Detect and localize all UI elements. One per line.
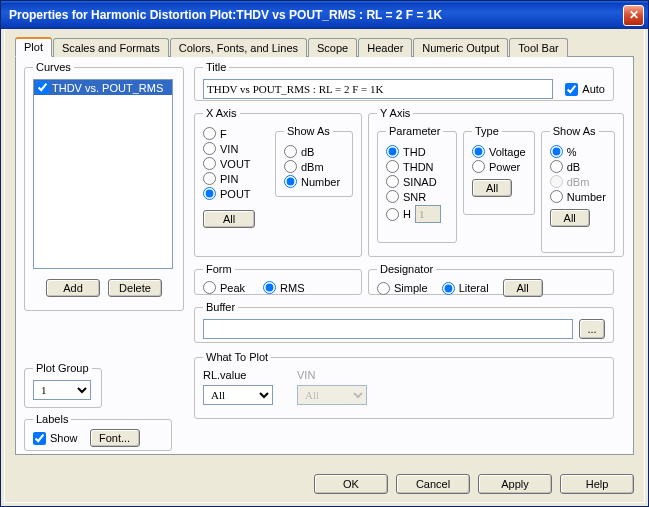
yparam-thdn[interactable]: THDN	[386, 160, 448, 173]
wtp-rl-label: RL.value	[203, 369, 273, 381]
designator-all-button[interactable]: All	[503, 279, 543, 297]
tab-scope[interactable]: Scope	[308, 38, 357, 57]
wtp-rl-select[interactable]: All	[203, 385, 273, 405]
xshow-db[interactable]: dB	[284, 145, 344, 158]
buffer-browse-button[interactable]: ...	[579, 319, 605, 339]
tab-strip: Plot Scales and Formats Colors, Fonts, a…	[15, 35, 634, 57]
yparam-group: Parameter THD THDN SINAD SNR H	[377, 125, 457, 243]
xaxis-all-button[interactable]: All	[203, 210, 255, 228]
designator-group: Designator Simple Literal All	[368, 263, 614, 295]
cancel-button[interactable]: Cancel	[396, 474, 470, 494]
labels-show-check[interactable]: Show	[33, 432, 78, 445]
tab-plot[interactable]: Plot	[15, 37, 52, 57]
wtp-group: What To Plot RL.value All VIN All	[194, 351, 614, 419]
xaxis-vout[interactable]: VOUT	[203, 157, 267, 170]
ytype-power[interactable]: Power	[472, 160, 526, 173]
tab-page-plot: Curves THDV vs. POUT_RMS Add Delete Plot…	[15, 57, 634, 455]
wtp-legend: What To Plot	[203, 351, 271, 363]
ytype-group: Type Voltage Power All	[463, 125, 535, 215]
curves-add-button[interactable]: Add	[46, 279, 100, 297]
xaxis-showas-group: Show As dB dBm Number	[275, 125, 353, 197]
designator-literal[interactable]: Literal	[442, 282, 489, 295]
title-input[interactable]	[203, 79, 553, 99]
ytype-voltage[interactable]: Voltage	[472, 145, 526, 158]
xaxis-group: X Axis F VIN VOUT PIN POUT All Show As d…	[194, 107, 362, 257]
tab-toolbar[interactable]: Tool Bar	[509, 38, 567, 57]
curves-delete-button[interactable]: Delete	[108, 279, 162, 297]
labels-group: Labels Show Font...	[24, 413, 172, 451]
yparam-snr[interactable]: SNR	[386, 190, 448, 203]
ytype-legend: Type	[472, 125, 502, 137]
xshow-number[interactable]: Number	[284, 175, 344, 188]
plotgroup-group: Plot Group 1	[24, 362, 102, 408]
tab-numeric[interactable]: Numeric Output	[413, 38, 508, 57]
yshow-pct[interactable]: %	[550, 145, 606, 158]
close-button[interactable]: ✕	[623, 5, 644, 26]
designator-simple[interactable]: Simple	[377, 282, 428, 295]
xaxis-pout[interactable]: POUT	[203, 187, 267, 200]
window-title: Properties for Harmonic Distortion Plot:…	[9, 8, 623, 22]
apply-button[interactable]: Apply	[478, 474, 552, 494]
labels-legend: Labels	[33, 413, 71, 425]
yshowas-legend: Show As	[550, 125, 599, 137]
buffer-input[interactable]	[203, 319, 573, 339]
wtp-vin-select: All	[297, 385, 367, 405]
ytype-all-button[interactable]: All	[472, 179, 512, 197]
title-auto-check[interactable]: Auto	[565, 83, 605, 96]
buffer-legend: Buffer	[203, 301, 238, 313]
xaxis-legend: X Axis	[203, 107, 240, 119]
tab-header[interactable]: Header	[358, 38, 412, 57]
curves-group: Curves THDV vs. POUT_RMS Add Delete	[24, 61, 184, 311]
title-group: Title Auto	[194, 61, 614, 101]
curves-legend: Curves	[33, 61, 74, 73]
yshow-dbm: dBm	[550, 175, 606, 188]
yaxis-legend: Y Axis	[377, 107, 413, 119]
xaxis-showas-legend: Show As	[284, 125, 333, 137]
yparam-h[interactable]: H	[386, 208, 411, 221]
yshow-all-button[interactable]: All	[550, 209, 590, 227]
ok-button[interactable]: OK	[314, 474, 388, 494]
yshow-number[interactable]: Number	[550, 190, 606, 203]
tab-scales[interactable]: Scales and Formats	[53, 38, 169, 57]
yaxis-group: Y Axis Parameter THD THDN SINAD SNR H	[368, 107, 624, 257]
curves-list[interactable]: THDV vs. POUT_RMS	[33, 79, 173, 269]
title-legend: Title	[203, 61, 229, 73]
xshow-dbm[interactable]: dBm	[284, 160, 344, 173]
xaxis-vin[interactable]: VIN	[203, 142, 267, 155]
xaxis-f[interactable]: F	[203, 127, 267, 140]
curves-list-item[interactable]: THDV vs. POUT_RMS	[34, 80, 172, 95]
form-rms[interactable]: RMS	[263, 281, 304, 294]
labels-font-button[interactable]: Font...	[90, 429, 140, 447]
designator-legend: Designator	[377, 263, 436, 275]
yparam-legend: Parameter	[386, 125, 443, 137]
help-button[interactable]: Help	[560, 474, 634, 494]
tab-colors[interactable]: Colors, Fonts, and Lines	[170, 38, 307, 57]
plotgroup-select[interactable]: 1	[33, 380, 91, 400]
curve-label: THDV vs. POUT_RMS	[52, 82, 163, 94]
wtp-vin-label: VIN	[297, 369, 367, 381]
yparam-sinad[interactable]: SINAD	[386, 175, 448, 188]
yshow-db[interactable]: dB	[550, 160, 606, 173]
form-group: Form Peak RMS	[194, 263, 362, 295]
yparam-thd[interactable]: THD	[386, 145, 448, 158]
curve-checkbox[interactable]	[36, 81, 49, 94]
xaxis-pin[interactable]: PIN	[203, 172, 267, 185]
form-legend: Form	[203, 263, 235, 275]
dialog-footer: OK Cancel Apply Help	[5, 474, 634, 494]
plotgroup-legend: Plot Group	[33, 362, 92, 374]
yshowas-group: Show As % dB dBm Number All	[541, 125, 615, 253]
yparam-h-input	[415, 205, 441, 223]
buffer-group: Buffer ...	[194, 301, 614, 343]
form-peak[interactable]: Peak	[203, 281, 245, 294]
